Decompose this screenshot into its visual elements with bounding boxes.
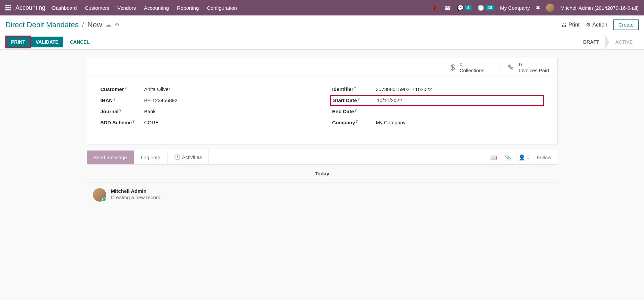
activities-label: Activities — [182, 154, 202, 160]
message-author[interactable]: Mitchell Admin — [111, 188, 165, 194]
user-menu[interactable]: Mitchell Admin (20142070-16-0-all) — [560, 5, 639, 11]
message-text: Creating a new record... — [111, 195, 165, 200]
message-avatar[interactable] — [93, 188, 106, 202]
print-highlight: PRINT — [5, 36, 31, 48]
breadcrumb-separator: / — [82, 20, 84, 29]
log-note-tab[interactable]: Log note — [134, 151, 167, 164]
actions-row: PRINT VALIDATE CANCEL DRAFT ACTIVE — [0, 34, 644, 50]
breadcrumb-parent[interactable]: Direct Debit Mandates — [5, 20, 79, 29]
status-bar: DRAFT ACTIVE — [577, 35, 639, 49]
help-icon[interactable]: ? — [119, 109, 121, 112]
menu-dashboard[interactable]: Dashboard — [52, 5, 77, 11]
field-customer: Customer? Anita Oliver — [101, 86, 312, 92]
help-icon[interactable]: ? — [113, 97, 115, 101]
activities-tab[interactable]: 🕐Activities — [167, 150, 209, 164]
help-icon[interactable]: ? — [357, 97, 359, 101]
online-dot-icon — [102, 198, 106, 202]
chat-indicator[interactable]: 💬 4 — [457, 5, 471, 11]
cancel-button[interactable]: CANCEL — [65, 37, 94, 47]
status-active[interactable]: ACTIVE — [609, 37, 639, 47]
stat-invoices[interactable]: ✎ 0 Invoices Paid — [499, 58, 557, 77]
collections-label: Collections — [460, 68, 484, 73]
menu-reporting[interactable]: Reporting — [177, 5, 199, 11]
menu-items: Dashboard Customers Vendors Accounting R… — [52, 5, 237, 11]
breadcrumb-current: New — [87, 20, 102, 29]
send-message-tab[interactable]: Send message — [87, 151, 134, 164]
company-value[interactable]: My Company — [376, 120, 406, 125]
startdate-value[interactable]: 10/11/2022 — [377, 97, 402, 103]
enddate-label: End Date — [332, 109, 354, 114]
validate-button[interactable]: VALIDATE — [31, 37, 63, 47]
status-arrow-icon — [605, 35, 609, 49]
menu-configuration[interactable]: Configuration — [207, 5, 237, 11]
customer-value[interactable]: Anita Oliver — [144, 86, 171, 92]
attachment-icon[interactable]: 📎 — [504, 154, 511, 161]
clock-icon: 🕐 — [478, 5, 484, 11]
today-separator: Today — [87, 165, 558, 183]
header-row: Direct Debit Mandates / New ☁ ⟲ 🖨 Print … — [0, 15, 644, 34]
help-icon[interactable]: ? — [125, 86, 127, 90]
book-icon[interactable]: 📖 — [490, 154, 497, 161]
help-icon[interactable]: ? — [132, 120, 135, 123]
menu-vendors[interactable]: Vendors — [117, 5, 136, 11]
user-icon: 👤 — [519, 154, 525, 161]
breadcrumb: Direct Debit Mandates / New ☁ ⟲ — [5, 20, 119, 29]
scheme-value[interactable]: CORE — [144, 120, 159, 125]
chatter-right: 📖 📎 👤 0 Follow — [490, 154, 557, 161]
action-label: Action — [593, 22, 607, 28]
form-sheet: $ 0 Collections ✎ 0 Invoices Paid Custom… — [87, 58, 558, 144]
support-icon[interactable]: ☎ — [444, 5, 451, 11]
menu-accounting[interactable]: Accounting — [144, 5, 169, 11]
clock-badge: 40 — [486, 5, 494, 10]
journal-value[interactable]: Bank — [144, 109, 156, 114]
help-icon[interactable]: ? — [354, 86, 356, 90]
app-brand[interactable]: Accounting — [15, 4, 45, 11]
company-selector[interactable]: My Company — [500, 5, 530, 11]
identifier-label: Identifier — [332, 86, 353, 92]
journal-label: Journal — [101, 109, 119, 114]
chat-badge: 4 — [465, 5, 471, 10]
identifier-value[interactable]: 35730801590211102022 — [376, 86, 432, 92]
help-icon[interactable]: ? — [355, 109, 357, 112]
cloud-save-icon[interactable]: ☁ — [106, 22, 111, 28]
status-draft[interactable]: DRAFT — [577, 37, 605, 47]
startdate-label: Start Date — [333, 97, 357, 103]
dollar-icon: $ — [450, 63, 455, 72]
activity-indicator[interactable]: 🕐 40 — [478, 5, 494, 11]
header-actions: 🖨 Print ⚙ Action Create — [561, 19, 639, 30]
scheme-label: SDD Scheme — [101, 120, 132, 125]
left-column: Customer? Anita Oliver IBAN? BE 12345689… — [101, 86, 312, 131]
field-startdate: Start Date? 10/11/2022 — [331, 97, 543, 103]
top-nav: Accounting Dashboard Customers Vendors A… — [0, 0, 644, 15]
help-icon[interactable]: ? — [356, 120, 358, 123]
field-enddate: End Date? — [332, 109, 544, 114]
edit-icon: ✎ — [507, 63, 514, 72]
apps-icon[interactable] — [5, 5, 11, 11]
field-company: Company? My Company — [332, 120, 544, 125]
tools-icon[interactable]: ✖ — [536, 5, 540, 11]
field-journal: Journal? Bank — [101, 109, 312, 114]
followers[interactable]: 👤 0 — [519, 154, 529, 161]
discard-icon[interactable]: ⟲ — [114, 22, 119, 28]
print-button[interactable]: PRINT — [6, 37, 30, 47]
menu-customers[interactable]: Customers — [85, 5, 109, 11]
invoices-label: Invoices Paid — [519, 68, 549, 73]
follow-link[interactable]: Follow — [537, 155, 551, 160]
print-link[interactable]: 🖨 Print — [561, 22, 580, 28]
avatar[interactable] — [546, 4, 554, 12]
bug-icon[interactable]: 🐞 — [431, 5, 438, 11]
right-column: Identifier? 35730801590211102022 Start D… — [332, 86, 544, 131]
iban-value[interactable]: BE 123456892 — [144, 97, 178, 103]
chatter-tabs: Send message Log note 🕐Activities 📖 📎 👤 … — [87, 150, 558, 165]
create-button[interactable]: Create — [613, 19, 639, 30]
field-scheme: SDD Scheme? CORE — [101, 120, 312, 125]
gear-icon: ⚙ — [586, 22, 591, 28]
stat-collections[interactable]: $ 0 Collections — [442, 58, 499, 77]
activities-clock-icon: 🕐 — [174, 154, 181, 160]
field-iban: IBAN? BE 123456892 — [101, 97, 312, 103]
collections-count: 0 — [460, 61, 484, 68]
chat-icon: 💬 — [457, 5, 464, 11]
action-link[interactable]: ⚙ Action — [586, 22, 607, 28]
company-label: Company — [332, 120, 355, 125]
chatter: Send message Log note 🕐Activities 📖 📎 👤 … — [87, 150, 558, 207]
